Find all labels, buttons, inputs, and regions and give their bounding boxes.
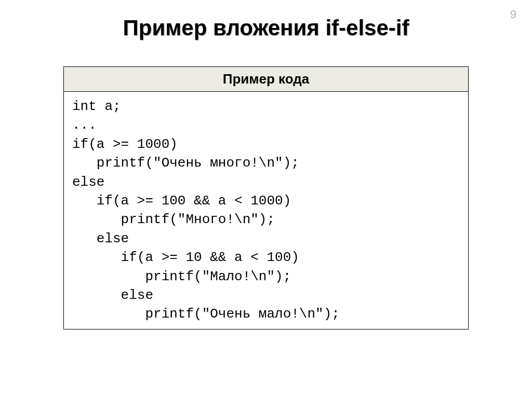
page-number: 9 [510,8,516,21]
slide-container: 9 Пример вложения if-else-if Пример кода… [0,0,532,398]
code-table: Пример кода int a; ... if(a >= 1000) pri… [63,66,469,330]
code-table-header: Пример кода [64,67,468,92]
slide-title: Пример вложения if-else-if [31,16,501,40]
code-body: int a; ... if(a >= 1000) printf("Очень м… [64,92,468,329]
